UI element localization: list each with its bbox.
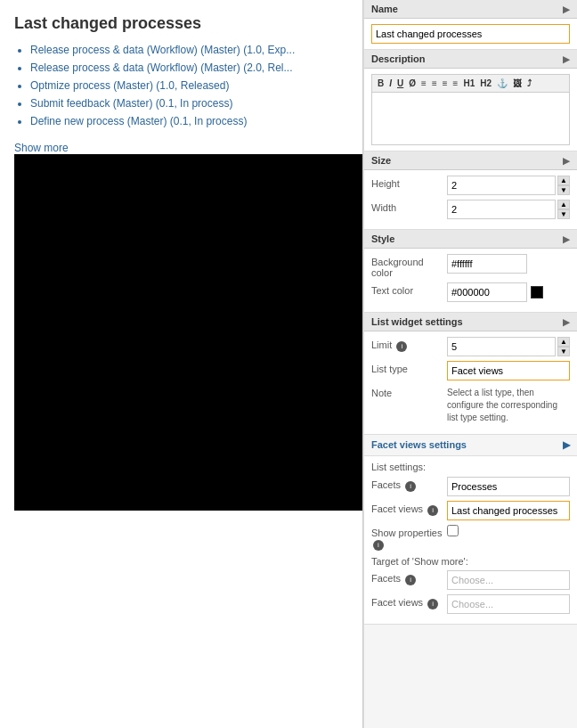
- toolbar-list2[interactable]: ≡: [430, 78, 439, 89]
- target-facets-input[interactable]: [447, 570, 570, 590]
- text-color-swatch[interactable]: [531, 286, 543, 299]
- list-type-label: List type: [371, 361, 447, 374]
- list-type-input[interactable]: [447, 361, 570, 380]
- style-section-header: Style ▶: [364, 230, 577, 249]
- list-settings-label: List settings:: [371, 462, 426, 472]
- list-item[interactable]: Define new process (Master) (0.1, In pro…: [30, 115, 348, 127]
- bg-color-label: Background color: [371, 254, 447, 278]
- facet-views-section-header: Facet views settings ▶: [364, 435, 577, 456]
- description-content[interactable]: [371, 92, 570, 145]
- name-section-arrow: ▶: [563, 4, 570, 14]
- facet-views-section-title: Facet views settings: [371, 439, 467, 451]
- bg-color-value-wrap: [447, 254, 570, 274]
- limit-value-wrap: ▲ ▼: [447, 337, 570, 356]
- target-show-more-label: Target of 'Show more':: [371, 556, 468, 567]
- list-item[interactable]: Optmize process (Master) (1.0, Released): [30, 79, 348, 92]
- limit-spinner: ▲ ▼: [557, 337, 570, 356]
- limit-row: Limit i ▲ ▼: [371, 337, 570, 356]
- note-value: Select a list type, then configure the c…: [447, 385, 570, 424]
- width-value-wrap: ▲ ▼: [447, 200, 570, 219]
- list-widget-section-body: Limit i ▲ ▼ List type Note Select a list…: [364, 331, 577, 435]
- bottom-black-area: [14, 154, 363, 511]
- show-properties-value-wrap: [447, 525, 570, 536]
- description-toolbar: B I U Ø ≡ ≡ ≡ ≡ H1 H2 ⚓ 🖼 ⤴: [371, 74, 570, 92]
- target-facet-views-input[interactable]: [447, 594, 570, 614]
- width-down-btn[interactable]: ▼: [557, 209, 570, 219]
- facet-views-section-body: List settings: Facets i Facet views i Sh…: [364, 456, 577, 625]
- name-input[interactable]: [371, 24, 570, 44]
- facets-value-wrap: [447, 477, 570, 496]
- bg-color-row: Background color: [371, 254, 570, 278]
- list-widget-section-arrow: ▶: [563, 317, 570, 327]
- height-label: Height: [371, 176, 447, 189]
- toolbar-link[interactable]: ⚓: [495, 78, 509, 89]
- toolbar-strikethrough[interactable]: Ø: [407, 78, 418, 89]
- target-facet-views-info-icon[interactable]: i: [427, 599, 438, 609]
- width-input[interactable]: [447, 200, 556, 219]
- facets-label: Facets i: [371, 477, 447, 492]
- facet-views-info-icon[interactable]: i: [427, 505, 438, 516]
- facets-info-icon[interactable]: i: [405, 481, 416, 492]
- target-facet-views-row: Facet views i: [371, 594, 570, 614]
- height-spinner: ▲ ▼: [557, 176, 570, 195]
- list-widget-section-title: List widget settings: [371, 316, 463, 327]
- facet-views-row: Facet views i: [371, 501, 570, 520]
- size-section-body: Height ▲ ▼ Width ▲ ▼: [364, 170, 577, 230]
- toolbar-h1[interactable]: H1: [461, 78, 476, 89]
- height-up-btn[interactable]: ▲: [557, 176, 570, 185]
- target-facets-value-wrap: [447, 570, 570, 590]
- list-item[interactable]: Release process & data (Workflow) (Maste…: [30, 44, 348, 56]
- list-type-row: List type: [371, 361, 570, 380]
- toolbar-h2[interactable]: H2: [478, 78, 493, 89]
- page-title: Last changed processes: [14, 14, 348, 33]
- note-label: Note: [371, 385, 447, 398]
- limit-info-icon[interactable]: i: [396, 341, 407, 352]
- height-value-wrap: ▲ ▼: [447, 176, 570, 195]
- text-color-input[interactable]: [447, 282, 527, 302]
- limit-input[interactable]: [447, 337, 556, 356]
- description-section-header: Description ▶: [364, 50, 577, 69]
- limit-up-btn[interactable]: ▲: [557, 337, 570, 347]
- process-list: Release process & data (Workflow) (Maste…: [14, 44, 348, 127]
- target-facet-views-value-wrap: [447, 594, 570, 614]
- toolbar-list4[interactable]: ≡: [451, 78, 460, 89]
- show-properties-info-icon[interactable]: i: [373, 540, 384, 551]
- width-spinner: ▲ ▼: [557, 200, 570, 219]
- note-row: Note Select a list type, then configure …: [371, 385, 570, 424]
- bg-color-input[interactable]: [447, 254, 527, 274]
- description-section-title: Description: [371, 53, 426, 64]
- show-properties-checkbox[interactable]: [447, 525, 459, 536]
- style-section-arrow: ▶: [563, 234, 570, 244]
- toolbar-list3[interactable]: ≡: [441, 78, 450, 89]
- toolbar-image[interactable]: 🖼: [511, 78, 524, 89]
- show-more-link[interactable]: Show more: [14, 142, 69, 154]
- description-section-arrow: ▶: [563, 54, 570, 64]
- show-properties-row: Show properties i: [371, 525, 570, 551]
- name-section-header: Name ▶: [364, 0, 577, 19]
- toolbar-italic[interactable]: I: [387, 78, 394, 89]
- toolbar-list1[interactable]: ≡: [419, 78, 428, 89]
- facets-input[interactable]: [447, 477, 570, 496]
- list-type-value-wrap: [447, 361, 570, 380]
- list-item[interactable]: Release process & data (Workflow) (Maste…: [30, 61, 348, 74]
- target-facets-info-icon[interactable]: i: [405, 575, 416, 585]
- facet-views-input[interactable]: [447, 501, 570, 520]
- list-item[interactable]: Submit feedback (Master) (0.1, In proces…: [30, 97, 348, 110]
- height-row: Height ▲ ▼: [371, 176, 570, 195]
- name-section-title: Name: [371, 4, 398, 14]
- height-down-btn[interactable]: ▼: [557, 185, 570, 195]
- toolbar-underline[interactable]: U: [395, 78, 405, 89]
- toolbar-fullscreen[interactable]: ⤴: [525, 78, 533, 89]
- style-section-body: Background color Text color: [364, 249, 577, 313]
- style-section-title: Style: [371, 233, 394, 244]
- text-color-row: Text color: [371, 282, 570, 302]
- limit-down-btn[interactable]: ▼: [557, 347, 570, 356]
- width-up-btn[interactable]: ▲: [557, 200, 570, 209]
- toolbar-bold[interactable]: B: [376, 78, 386, 89]
- left-panel: Last changed processes Release process &…: [0, 0, 363, 728]
- right-panel: Name ▶ Description ▶ B I U Ø ≡ ≡ ≡ ≡ H1 …: [363, 0, 577, 728]
- height-input[interactable]: [447, 176, 556, 195]
- facet-views-value-wrap: [447, 501, 570, 520]
- target-facets-label: Facets i: [371, 570, 447, 585]
- target-facet-views-label: Facet views i: [371, 594, 447, 609]
